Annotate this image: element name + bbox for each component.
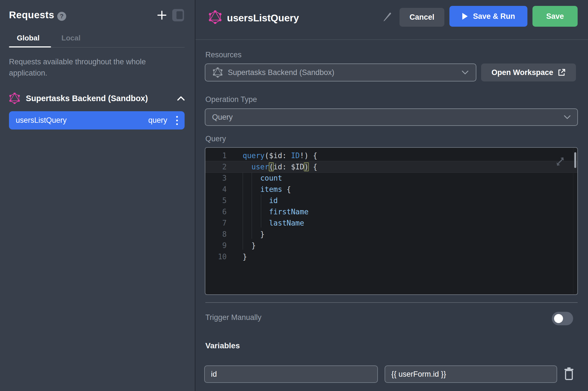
chevron-down-icon (564, 115, 571, 119)
code-line[interactable]: 7 lastName (205, 217, 577, 229)
variable-row (196, 365, 588, 383)
sidebar-title: Requests (9, 9, 54, 21)
trigger-manually-toggle[interactable] (552, 312, 573, 325)
variable-key-input[interactable] (204, 365, 378, 383)
operation-type-label: Operation Type (205, 95, 257, 104)
query-code-editor[interactable]: 1query($id: ID!) {2 user(id: $ID) {3 cou… (205, 147, 578, 295)
line-number: 9 (205, 240, 227, 251)
request-name: usersListQuery (16, 116, 148, 125)
request-type-badge: query (148, 116, 167, 125)
line-number: 2 (205, 161, 227, 172)
code-line[interactable]: 1query($id: ID!) { (205, 150, 577, 161)
line-number: 6 (205, 206, 227, 217)
external-link-icon (558, 69, 566, 76)
code-text: firstName (227, 206, 309, 217)
line-number: 7 (205, 217, 227, 229)
section-divider (205, 302, 578, 303)
resource-select-value: Supertasks Backend (Sandbox) (228, 68, 457, 77)
delete-variable-icon[interactable] (564, 367, 574, 381)
code-line[interactable]: 3 count (205, 172, 577, 184)
graphql-icon (213, 67, 223, 78)
code-line[interactable]: 9 } (205, 240, 577, 251)
trigger-manually-label: Trigger Manually (205, 313, 261, 322)
tab-local[interactable]: Local (61, 34, 81, 42)
cancel-button[interactable]: Cancel (399, 8, 444, 27)
variables-heading: Variables (205, 341, 240, 350)
line-number: 5 (205, 195, 227, 206)
request-list-item-selected[interactable]: usersListQuery query (9, 111, 185, 129)
tab-global[interactable]: Global (17, 34, 40, 42)
code-text: count (227, 172, 282, 184)
code-line[interactable]: 8 } (205, 229, 577, 240)
editor-scrollbar-thumb[interactable] (574, 152, 576, 168)
code-line[interactable]: 6 firstName (205, 206, 577, 217)
code-line[interactable]: 2 user(id: $ID) { (205, 161, 577, 172)
chevron-up-icon[interactable] (177, 96, 185, 101)
code-text: lastName (227, 217, 304, 229)
graphql-icon (9, 92, 20, 104)
editor-expand-icon[interactable] (555, 157, 565, 166)
code-text: id (227, 195, 278, 206)
panel-cutout (176, 11, 183, 19)
code-line[interactable]: 10} (205, 251, 577, 262)
resource-group-name: Supertasks Backend (Sandbox) (26, 94, 177, 103)
code-text: items { (227, 184, 291, 195)
line-number: 3 (205, 172, 227, 184)
open-workspace-label: Open Workspace (491, 68, 553, 77)
resource-group-header[interactable]: Supertasks Backend (Sandbox) (9, 92, 185, 104)
graphql-icon (208, 10, 222, 25)
code-text: } (227, 229, 265, 240)
resources-label: Resources (205, 51, 242, 59)
sidebar-description: Requests available throughout the whole … (9, 56, 164, 79)
toggle-knob (554, 314, 563, 323)
requests-sidebar: Requests ? Global Local Requests availab… (0, 0, 195, 391)
code-text: } (227, 240, 256, 251)
editor-scrollbar-track (573, 148, 573, 294)
open-workspace-button[interactable]: Open Workspace (481, 63, 576, 81)
active-tab-underline (9, 46, 51, 47)
operation-type-select[interactable]: Query (205, 108, 578, 126)
code-line[interactable]: 4 items { (205, 184, 577, 195)
resource-select[interactable]: Supertasks Backend (Sandbox) (205, 63, 476, 81)
code-lines: 1query($id: ID!) {2 user(id: $ID) {3 cou… (205, 150, 577, 262)
operation-type-value: Query (212, 113, 564, 122)
chevron-down-icon (462, 71, 468, 74)
save-button[interactable]: Save (532, 6, 578, 27)
page-title: usersListQuery (227, 12, 299, 24)
request-menu-icon[interactable] (176, 116, 178, 125)
help-icon[interactable]: ? (57, 12, 66, 21)
code-text: query($id: ID!) { (227, 150, 317, 161)
code-text: } (227, 251, 247, 262)
line-number: 10 (205, 251, 227, 262)
line-number: 1 (205, 150, 227, 161)
editor-header: usersListQuery Cancel Save & Run Save (196, 0, 588, 40)
variable-value-input[interactable] (385, 365, 557, 383)
variables-rows (196, 365, 588, 383)
add-request-icon[interactable] (156, 10, 167, 21)
collapse-panel-icon[interactable] (172, 9, 184, 21)
code-line[interactable]: 5 id (205, 195, 577, 206)
query-label: Query (205, 135, 226, 143)
save-and-run-button[interactable]: Save & Run (449, 6, 527, 27)
code-text: user(id: $ID) { (227, 161, 317, 172)
request-editor-panel: usersListQuery Cancel Save & Run Save Re… (196, 0, 588, 391)
line-number: 8 (205, 229, 227, 240)
play-icon (462, 13, 468, 20)
edit-title-icon[interactable] (382, 12, 392, 22)
save-and-run-label: Save & Run (473, 12, 515, 21)
line-number: 4 (205, 184, 227, 195)
